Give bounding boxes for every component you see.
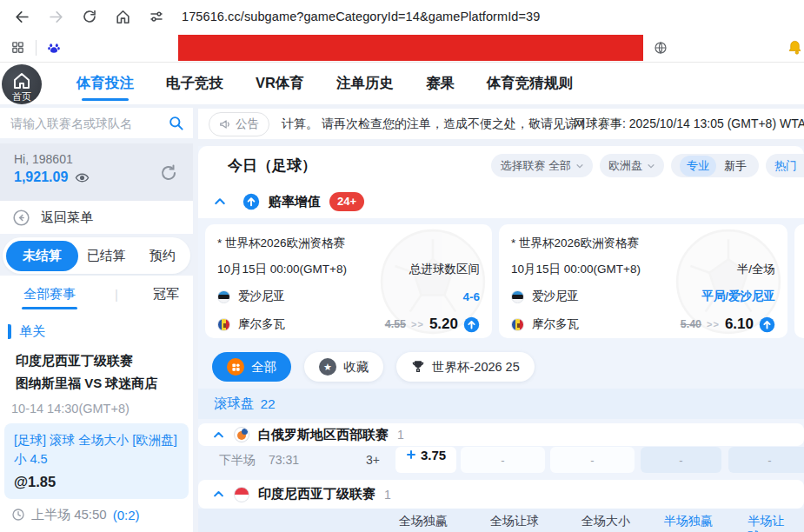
- moldova-flag-icon: [511, 318, 524, 331]
- arrow-left-circle-icon: [12, 209, 30, 227]
- single-bet-label: 单关: [19, 323, 45, 340]
- bookmark-haiyan[interactable]: [654, 41, 674, 55]
- bell-icon[interactable]: [787, 39, 803, 56]
- user-greeting: Hi, 198601: [14, 152, 179, 166]
- hot-filter[interactable]: 热门: [766, 154, 804, 177]
- search-bar: [0, 108, 193, 138]
- refresh-balance-icon[interactable]: [158, 163, 179, 183]
- divider: [36, 40, 37, 56]
- league-badge-icon: [234, 427, 249, 442]
- chevron-up-icon[interactable]: [213, 195, 227, 209]
- page-title: 今日（足球）: [228, 156, 316, 176]
- odds-up-icon: [759, 316, 775, 333]
- chevron-up-icon[interactable]: [212, 429, 225, 442]
- ticket-bet-selection: 小 4.5: [14, 450, 179, 469]
- boost-count-badge: 24+: [329, 192, 364, 211]
- back-icon[interactable]: [14, 9, 30, 25]
- search-icon[interactable]: [168, 115, 184, 131]
- market-type-dropdown[interactable]: 欧洲盘: [600, 154, 664, 177]
- site-info-icon[interactable]: [149, 9, 164, 24]
- odds-boost-section: 赔率增值 24+: [198, 185, 804, 218]
- col-ft-overunder: 全场大小: [581, 514, 630, 529]
- bookmark-baidu[interactable]: [47, 41, 67, 55]
- mode-pro[interactable]: 专业: [680, 156, 716, 176]
- nav-tabs: 体育投注 电子竞技 VR体育 注单历史 赛果 体育竞猜规则: [76, 63, 573, 104]
- inplay-label: 滚球盘: [214, 395, 255, 413]
- col-ht-1x2: 半场独赢: [664, 514, 713, 529]
- ticket-league: 印度尼西亚丁级联赛: [16, 353, 193, 369]
- balance-amount: 1,921.09: [14, 170, 68, 185]
- category-chips: 全部 ★ 收藏 世界杯-2026 25: [198, 344, 804, 382]
- market-columns-header: 全场独赢 全场让球 全场大小 半场独赢 半场让球: [198, 509, 804, 532]
- address-bar[interactable]: 175616.cc/subgame?gameCategoryId=14&game…: [182, 10, 540, 23]
- bet-status-tabs: 未结算 已结算 预约: [3, 237, 190, 274]
- card-odds[interactable]: 5.40 >> 6.10: [681, 316, 775, 333]
- odds-change-arrows: >>: [411, 319, 424, 329]
- ticket-odds: @1.85: [14, 474, 179, 490]
- forward-icon[interactable]: [48, 9, 64, 25]
- tab-all-events[interactable]: 全部赛事: [23, 286, 76, 303]
- notice-badge: 公告: [209, 112, 269, 136]
- mode-toggle[interactable]: 专业 新手: [671, 154, 759, 177]
- boost-card[interactable]: * 世界杯2026欧洲资格赛 10月15日 00:00(GMT+8) 总进球数区…: [205, 224, 492, 338]
- tab-esports[interactable]: 电子竞技: [166, 74, 223, 93]
- panel-header: 今日（足球） 选择联赛 全部 欧洲盘 专业 新手 热门: [198, 146, 804, 185]
- reload-icon[interactable]: [82, 9, 97, 24]
- back-to-menu-button[interactable]: 返回菜单: [0, 201, 193, 234]
- ticket-bet-box: [足球] 滚球 全场大小 [欧洲盘] 小 4.5 @1.85: [4, 423, 189, 499]
- tab-bet-history[interactable]: 注单历史: [336, 74, 394, 93]
- grid-icon: [227, 358, 244, 376]
- boost-card[interactable]: * 世界杯2026欧洲资格赛 10月15日 00:00(GMT+8) 半/全场 …: [499, 224, 787, 338]
- home-fab-button[interactable]: 首页: [2, 64, 42, 104]
- main-panel: 今日（足球） 选择联赛 全部 欧洲盘 专业 新手 热门: [198, 146, 804, 532]
- tab-vr-sports[interactable]: VR体育: [256, 74, 304, 93]
- filter-pills: 选择联赛 全部 欧洲盘 专业 新手 热门: [491, 154, 804, 177]
- league-header-indonesia[interactable]: 印度尼西亚丁级联赛 1: [198, 480, 804, 509]
- search-input[interactable]: [10, 116, 168, 130]
- notice-bar: 公告 计算。 请再次检查您的注单，造成不便之处，敬请见谅！ 网球赛事: 2025…: [198, 109, 804, 139]
- ad-banner[interactable]: [178, 35, 643, 61]
- home-fab-label: 首页: [2, 90, 42, 103]
- new-odds: 6.10: [725, 316, 754, 333]
- home-icon[interactable]: [115, 9, 131, 25]
- col-ft-handicap: 全场让球: [490, 514, 539, 529]
- ticket-panel: 全部赛事 | 冠军 单关 印度尼西亚丁级联赛 图纳斯里福 VS 球迷商店 10-…: [0, 276, 193, 532]
- col-ht-handicap: 半场让球: [748, 514, 786, 532]
- tab-outright[interactable]: 冠军: [153, 286, 179, 303]
- boost-cards-row: * 世界杯2026欧洲资格赛 10月15日 00:00(GMT+8) 总进球数区…: [198, 218, 804, 344]
- league-filter-dropdown[interactable]: 选择联赛 全部: [491, 154, 593, 177]
- boost-card-partial[interactable]: [794, 224, 804, 338]
- tab-sports-betting[interactable]: 体育投注: [76, 74, 134, 93]
- chip-all[interactable]: 全部: [212, 352, 291, 382]
- ticket-score: (0:2): [113, 508, 140, 522]
- odds-cell-empty: -: [461, 447, 545, 473]
- apps-grid-icon[interactable]: [10, 40, 25, 55]
- inplay-section-header[interactable]: 滚球盘 22: [198, 389, 804, 419]
- old-odds: 4.55: [385, 318, 406, 330]
- notice-ticker: 网球赛事: 2025/10/14 13:05 (GMT+8) WTA宁: [574, 116, 804, 132]
- chip-worldcup[interactable]: 世界杯-2026 25: [396, 352, 535, 382]
- chevron-down-icon: [647, 162, 655, 170]
- eye-icon[interactable]: [75, 170, 90, 185]
- tab-rules[interactable]: 体育竞猜规则: [487, 74, 573, 93]
- old-odds: 5.40: [681, 318, 701, 330]
- chevron-up-icon[interactable]: [212, 488, 225, 501]
- star-icon: ★: [319, 358, 336, 376]
- odds-cell-boosted[interactable]: 3.75: [395, 447, 456, 473]
- league-header-belarus[interactable]: 白俄罗斯地区西部联赛 1: [198, 423, 804, 446]
- new-odds: 5.20: [429, 316, 458, 333]
- card-time: 10月15日 00:00(GMT+8): [511, 262, 641, 277]
- live-match-row: 下半场 73:31 3+ 3.75 - - - -: [198, 446, 804, 474]
- tab-reserved[interactable]: 预约: [135, 248, 191, 264]
- tab-unsettled[interactable]: 未结算: [6, 241, 78, 271]
- moldova-flag-icon: [217, 318, 230, 331]
- chip-favorites[interactable]: ★ 收藏: [304, 352, 383, 382]
- boost-icon: [243, 193, 260, 210]
- tab-settled[interactable]: 已结算: [78, 248, 135, 264]
- megaphone-icon: [219, 118, 231, 130]
- mode-novice[interactable]: 新手: [721, 158, 750, 174]
- match-clock: 73:31: [269, 453, 299, 467]
- card-odds[interactable]: 4.55 >> 5.20: [385, 316, 480, 333]
- tab-results[interactable]: 赛果: [426, 74, 455, 93]
- match-period: 下半场: [219, 453, 256, 469]
